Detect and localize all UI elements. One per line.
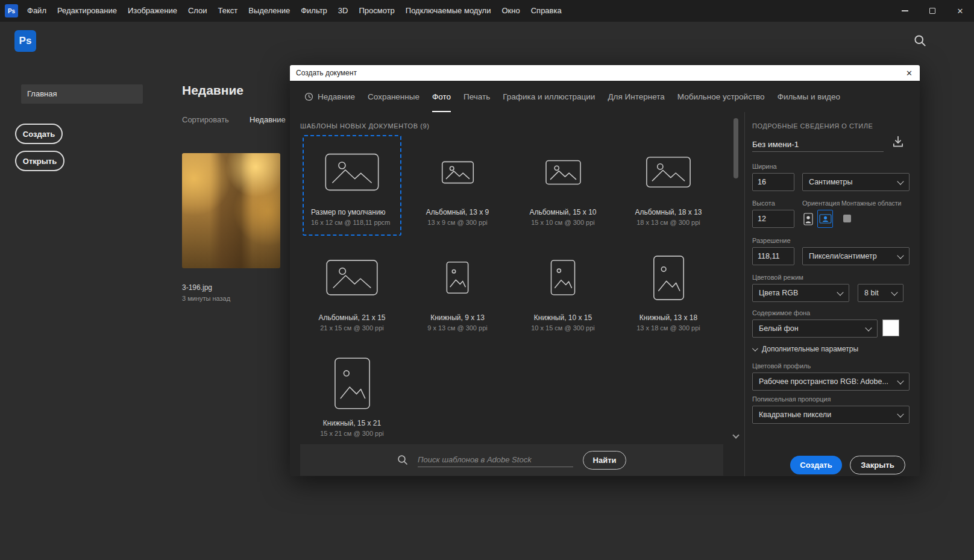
- create-button[interactable]: Создать: [15, 124, 63, 144]
- template-name: Размер по умолчанию: [304, 208, 400, 216]
- template-spec: 13 x 18 см @ 300 ppi: [620, 324, 717, 332]
- color-profile-label: Цветовой профиль: [752, 362, 811, 370]
- dialog-tabs: Недавние Сохраненные Фото Печать Графика…: [290, 81, 920, 112]
- tab-photo[interactable]: Фото: [432, 81, 451, 112]
- color-profile-select[interactable]: Рабочее пространство RGB: Adobe...: [752, 373, 910, 391]
- sort-label[interactable]: Сортировать: [182, 115, 229, 124]
- tab-print[interactable]: Печать: [463, 81, 490, 112]
- width-label: Ширина: [752, 163, 777, 170]
- tab-film[interactable]: Фильмы и видео: [778, 81, 840, 112]
- bit-depth-select[interactable]: 8 bit: [858, 284, 903, 302]
- tab-mobile[interactable]: Мобильное устройство: [677, 81, 765, 112]
- dialog-create-button[interactable]: Создать: [790, 456, 842, 474]
- pixel-aspect-select[interactable]: Квадратные пиксели: [752, 406, 910, 424]
- search-icon[interactable]: [914, 34, 926, 47]
- dialog-title: Создать документ: [296, 69, 357, 77]
- stock-search-bar: Найти: [300, 444, 723, 476]
- menu-plugins[interactable]: Подключаемые модули: [400, 0, 497, 22]
- image-placeholder-icon: [446, 261, 469, 294]
- template-spec: 10 x 15 см @ 300 ppi: [515, 324, 611, 332]
- width-input[interactable]: [752, 173, 794, 191]
- resolution-unit-select[interactable]: Пиксели/сантиметр: [802, 247, 910, 265]
- minimize-icon: [902, 10, 908, 11]
- image-placeholder-icon: [441, 161, 474, 184]
- template-portrait-13x18[interactable]: Книжный, 13 x 18 13 x 18 см @ 300 ppi: [619, 241, 718, 341]
- tab-web[interactable]: Для Интернета: [608, 81, 664, 112]
- app-icon: Ps: [5, 4, 18, 17]
- chevron-down-icon: [752, 345, 758, 351]
- close-icon: ✕: [957, 7, 964, 15]
- minimize-button[interactable]: [891, 0, 919, 22]
- portrait-orientation-icon: [803, 213, 813, 225]
- menu-help[interactable]: Справка: [526, 0, 567, 22]
- document-name-input[interactable]: [752, 137, 884, 152]
- menu-bar: Ps Файл Редактирование Изображение Слои …: [0, 0, 974, 22]
- template-landscape-15x10[interactable]: Альбомный, 15 x 10 15 x 10 см @ 300 ppi: [514, 135, 612, 236]
- template-name: Книжный, 10 x 15: [515, 313, 611, 322]
- dialog-close-button[interactable]: Закрыть: [850, 456, 905, 474]
- width-unit-select[interactable]: Сантиметры: [802, 173, 910, 191]
- tab-label: Недавние: [318, 92, 355, 101]
- color-mode-select[interactable]: Цвета RGB: [752, 284, 849, 302]
- maximize-button[interactable]: [919, 0, 946, 22]
- template-landscape-18x13[interactable]: Альбомный, 18 x 13 18 x 13 см @ 300 ppi: [619, 135, 718, 236]
- image-placeholder-icon: [325, 259, 379, 297]
- resolution-input[interactable]: [752, 247, 794, 265]
- recent-file-time: 3 минуты назад: [182, 295, 230, 302]
- stock-search-input[interactable]: [418, 453, 573, 467]
- template-default[interactable]: Размер по умолчанию 16 x 12 см @ 118,11 …: [303, 135, 401, 236]
- menu-file[interactable]: Файл: [22, 0, 52, 22]
- menu-type[interactable]: Текст: [213, 0, 244, 22]
- preset-details-panel: ПОДРОБНЫЕ СВЕДЕНИЯ О СТИЛЕ Ширина Сантим…: [744, 112, 912, 476]
- tab-recent[interactable]: Недавние: [304, 81, 355, 112]
- template-name: Книжный, 9 x 13: [409, 313, 506, 322]
- menu-select[interactable]: Выделение: [243, 0, 295, 22]
- dialog-close-icon[interactable]: ✕: [906, 69, 913, 78]
- new-document-dialog: Создать документ ✕ Недавние Сохраненные …: [290, 65, 920, 476]
- menu-window[interactable]: Окно: [496, 0, 525, 22]
- artboards-checkbox[interactable]: [843, 215, 851, 222]
- menu-view[interactable]: Просмотр: [353, 0, 400, 22]
- template-portrait-10x15[interactable]: Книжный, 10 x 15 10 x 15 см @ 300 ppi: [514, 241, 612, 341]
- tab-label: Мобильное устройство: [677, 92, 765, 101]
- color-mode-label: Цветовой режим: [752, 274, 803, 281]
- orientation-portrait-button[interactable]: [800, 210, 816, 228]
- dialog-title-bar: Создать документ ✕: [290, 65, 920, 81]
- scrollbar-thumb[interactable]: [734, 118, 738, 178]
- menu-image[interactable]: Изображение: [122, 0, 183, 22]
- background-color-swatch[interactable]: [882, 319, 899, 336]
- tab-graphics[interactable]: Графика и иллюстрации: [503, 81, 595, 112]
- template-name: Книжный, 15 x 21: [304, 419, 400, 427]
- height-input[interactable]: [752, 210, 794, 228]
- template-name: Альбомный, 13 x 9: [409, 208, 506, 216]
- pixel-aspect-label: Попиксельная пропорция: [752, 395, 831, 403]
- tab-label: Печать: [463, 92, 490, 101]
- sidebar-item-home[interactable]: Главная: [21, 84, 143, 104]
- filter-recent[interactable]: Недавние: [250, 115, 286, 124]
- template-spec: 9 x 13 см @ 300 ppi: [409, 324, 506, 332]
- find-button[interactable]: Найти: [583, 451, 626, 470]
- template-spec: 15 x 21 см @ 300 ppi: [304, 430, 400, 437]
- save-preset-icon[interactable]: [891, 135, 905, 148]
- template-landscape-21x15[interactable]: Альбомный, 21 x 15 21 x 15 см @ 300 ppi: [303, 241, 401, 341]
- background-select[interactable]: Белый фон: [752, 319, 878, 338]
- template-portrait-15x21[interactable]: Книжный, 15 x 21 15 x 21 см @ 300 ppi: [303, 346, 401, 447]
- maximize-icon: [929, 8, 935, 14]
- template-name: Альбомный, 21 x 15: [304, 313, 400, 322]
- tab-label: Графика и иллюстрации: [503, 92, 595, 101]
- tab-saved[interactable]: Сохраненные: [368, 81, 419, 112]
- menu-layers[interactable]: Слои: [183, 0, 213, 22]
- template-portrait-9x13[interactable]: Книжный, 9 x 13 9 x 13 см @ 300 ppi: [408, 241, 507, 341]
- landscape-orientation-icon: [819, 214, 832, 224]
- menu-edit[interactable]: Редактирование: [52, 0, 122, 22]
- scrollbar-track[interactable]: [733, 116, 739, 441]
- template-landscape-13x9[interactable]: Альбомный, 13 x 9 13 x 9 см @ 300 ppi: [408, 135, 507, 236]
- menu-3d[interactable]: 3D: [333, 0, 354, 22]
- advanced-options-toggle[interactable]: Дополнительные параметры: [752, 345, 858, 353]
- tab-label: Для Интернета: [608, 92, 664, 101]
- open-button[interactable]: Открыть: [15, 151, 64, 171]
- orientation-landscape-button[interactable]: [817, 210, 833, 228]
- menu-filter[interactable]: Фильтр: [295, 0, 333, 22]
- window-close-button[interactable]: ✕: [946, 0, 974, 22]
- recent-file-thumbnail[interactable]: [182, 153, 280, 268]
